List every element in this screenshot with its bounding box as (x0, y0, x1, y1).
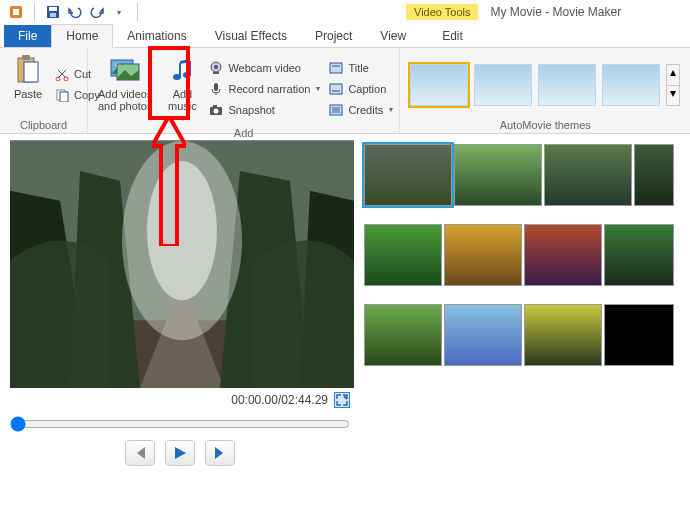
copy-icon (54, 87, 70, 103)
svg-rect-21 (213, 72, 219, 74)
time-display: 00:00.00/02:44.29 (231, 393, 328, 407)
svg-rect-26 (213, 105, 217, 108)
svg-rect-29 (330, 84, 342, 94)
undo-icon[interactable] (67, 4, 83, 20)
credits-icon (328, 102, 344, 118)
prev-frame-button[interactable] (125, 440, 155, 466)
photos-icon (109, 54, 141, 86)
svg-point-20 (214, 65, 218, 69)
record-narration-button[interactable]: Record narration▾ (208, 79, 320, 99)
caption-button[interactable]: Caption (328, 79, 393, 99)
theme-item-2[interactable] (474, 64, 532, 106)
svg-rect-11 (60, 92, 68, 102)
svg-rect-1 (13, 9, 19, 15)
qat-dropdown-icon[interactable]: ▾ (111, 4, 127, 20)
seek-slider[interactable] (10, 416, 350, 432)
tab-home[interactable]: Home (51, 24, 113, 48)
tab-animations[interactable]: Animations (113, 25, 200, 47)
clip-3[interactable] (544, 144, 632, 206)
tab-project[interactable]: Project (301, 25, 366, 47)
svg-rect-22 (214, 83, 218, 91)
video-tools-context-tab: Video Tools (406, 4, 478, 20)
clip-5[interactable] (364, 224, 442, 286)
svg-rect-6 (22, 55, 30, 60)
chevron-down-icon: ▾ (389, 105, 393, 114)
tab-visual-effects[interactable]: Visual Effects (201, 25, 301, 47)
app-title: My Movie - Movie Maker (478, 3, 633, 21)
add-music-button[interactable]: Add music▾ (160, 52, 204, 125)
clip-8[interactable] (604, 224, 674, 286)
clip-6[interactable] (444, 224, 522, 286)
paste-button[interactable]: Paste (6, 52, 50, 117)
camera-icon (208, 102, 224, 118)
add-videos-photos-button[interactable]: Add videos and photos (94, 52, 156, 125)
title-icon (328, 60, 344, 76)
next-frame-button[interactable] (205, 440, 235, 466)
clipboard-group-label: Clipboard (6, 117, 81, 131)
ribbon-tabs: File Home Animations Visual Effects Proj… (0, 24, 690, 48)
svg-rect-7 (24, 62, 38, 82)
clip-9[interactable] (364, 304, 442, 366)
qat-separator (34, 3, 35, 21)
mic-icon (208, 81, 224, 97)
themes-scroll-down[interactable]: ▾ (667, 85, 679, 105)
clip-4[interactable] (634, 144, 674, 206)
snapshot-button[interactable]: Snapshot (208, 100, 320, 120)
app-icon[interactable] (8, 4, 24, 20)
svg-point-38 (147, 161, 217, 300)
clip-7[interactable] (524, 224, 602, 286)
fullscreen-icon[interactable] (334, 392, 350, 408)
themes-group-label: AutoMovie themes (406, 117, 684, 131)
clip-10[interactable] (444, 304, 522, 366)
video-preview[interactable] (10, 140, 354, 388)
ribbon: Paste Cut Copy Clipboard Add videos and … (0, 48, 690, 134)
paste-icon (12, 54, 44, 86)
svg-point-18 (183, 72, 191, 78)
theme-item-4[interactable] (602, 64, 660, 106)
music-icon (166, 54, 198, 86)
chevron-down-icon: ▾ (181, 114, 185, 123)
chevron-down-icon: ▾ (316, 84, 320, 93)
svg-rect-4 (50, 13, 56, 17)
credits-button[interactable]: Credits▾ (328, 100, 393, 120)
tab-file[interactable]: File (4, 25, 51, 47)
cut-icon (54, 66, 70, 82)
theme-item-3[interactable] (538, 64, 596, 106)
clip-1[interactable] (364, 144, 452, 206)
save-icon[interactable] (45, 4, 61, 20)
paste-label: Paste (14, 88, 42, 100)
add-videos-label: Add videos and photos (98, 88, 152, 112)
clip-12[interactable] (604, 304, 674, 366)
webcam-video-button[interactable]: Webcam video (208, 58, 320, 78)
themes-scroll-up[interactable]: ▴ (667, 65, 679, 84)
webcam-icon (208, 60, 224, 76)
caption-icon (328, 81, 344, 97)
qat-separator-2 (137, 3, 138, 21)
timeline-pane (360, 134, 690, 506)
theme-item-1[interactable] (410, 64, 468, 106)
redo-icon[interactable] (89, 4, 105, 20)
preview-pane: 00:00.00/02:44.29 (0, 134, 360, 506)
svg-rect-3 (49, 7, 57, 11)
svg-point-25 (214, 108, 219, 113)
play-button[interactable] (165, 440, 195, 466)
tab-view[interactable]: View (366, 25, 420, 47)
clip-11[interactable] (524, 304, 602, 366)
clip-2[interactable] (454, 144, 542, 206)
svg-point-17 (173, 74, 181, 80)
tab-edit[interactable]: Edit (428, 25, 477, 47)
title-button[interactable]: Title (328, 58, 393, 78)
svg-rect-27 (330, 63, 342, 73)
